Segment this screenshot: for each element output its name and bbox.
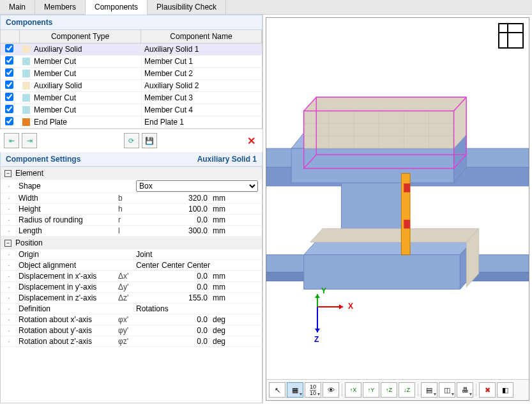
tab-members[interactable]: Members bbox=[35, 0, 86, 14]
prop-unit: mm bbox=[213, 205, 238, 214]
svg-rect-31 bbox=[404, 220, 410, 229]
prop-row[interactable]: ·OriginJoint bbox=[1, 249, 262, 260]
prop-row[interactable]: ·Displacement in z'-axisΔz'155.0mm bbox=[1, 293, 262, 304]
3d-viewport[interactable]: X Z Y bbox=[266, 18, 529, 379]
select-tool[interactable]: ▦ bbox=[287, 382, 303, 398]
view-neg-z-button[interactable]: ↓Z bbox=[399, 382, 415, 398]
prop-symbol: φz' bbox=[118, 337, 136, 346]
row-checkbox[interactable] bbox=[5, 81, 13, 89]
table-row[interactable]: Member CutMember Cut 2 bbox=[1, 68, 262, 80]
collapse-icon[interactable]: − bbox=[4, 170, 11, 177]
prop-row[interactable]: ·Rotation about y'-axisφy'0.0deg bbox=[1, 325, 262, 336]
svg-marker-35 bbox=[315, 329, 320, 332]
svg-marker-7 bbox=[291, 148, 453, 183]
prop-row[interactable]: ·Widthb320.0mm bbox=[1, 193, 262, 204]
table-row[interactable]: Member CutMember Cut 1 bbox=[1, 56, 262, 68]
zoom-label: 10 bbox=[310, 384, 316, 390]
prop-row[interactable]: ·Lengthl300.0mm bbox=[1, 226, 262, 237]
row-checkbox[interactable] bbox=[5, 44, 13, 52]
row-checkbox[interactable] bbox=[5, 105, 13, 113]
row-type: End Plate bbox=[34, 118, 67, 127]
prop-value[interactable]: 300.0 bbox=[136, 226, 213, 235]
view-y-button[interactable]: ↑Y bbox=[363, 382, 379, 398]
prop-label: Origin bbox=[17, 250, 118, 259]
table-row[interactable]: Member CutMember Cut 3 bbox=[1, 92, 262, 104]
tree-dot: · bbox=[1, 337, 17, 346]
print-button[interactable]: 🖶 bbox=[457, 382, 473, 398]
view-cube[interactable] bbox=[498, 23, 524, 49]
prop-value[interactable]: 0.0 bbox=[136, 337, 213, 346]
col-header-name[interactable]: Component Name bbox=[141, 30, 262, 43]
row-checkbox[interactable] bbox=[5, 56, 13, 65]
prop-tri: CenterCenterCenter bbox=[136, 261, 213, 270]
view-z-button[interactable]: ↑Z bbox=[381, 382, 397, 398]
prop-label: Radius of rounding bbox=[17, 215, 118, 224]
settings-subject: Auxiliary Solid 1 bbox=[197, 155, 257, 164]
tab-components[interactable]: Components bbox=[86, 0, 148, 15]
svg-marker-11 bbox=[304, 97, 466, 111]
prop-row[interactable]: ·Heighth100.0mm bbox=[1, 204, 262, 215]
toggle-panel-button[interactable]: ◧ bbox=[497, 382, 513, 398]
tree-dot: · bbox=[1, 215, 17, 224]
prop-unit: mm bbox=[213, 215, 238, 224]
prop-value[interactable]: 0.0 bbox=[136, 326, 213, 335]
prop-label: Length bbox=[17, 226, 118, 235]
prop-value[interactable]: 100.0 bbox=[136, 205, 213, 214]
tab-main[interactable]: Main bbox=[0, 0, 35, 14]
prop-label: Width bbox=[17, 194, 118, 203]
move-down-button[interactable]: ⇥ bbox=[22, 133, 37, 148]
prop-group-header[interactable]: −Position bbox=[1, 237, 262, 249]
pointer-tool[interactable]: ↖ bbox=[269, 382, 285, 398]
prop-symbol: Δy' bbox=[118, 283, 136, 291]
prop-value[interactable]: 320.0 bbox=[136, 194, 213, 203]
prop-symbol: Δz' bbox=[118, 293, 136, 302]
prop-symbol: h bbox=[118, 205, 136, 214]
svg-rect-30 bbox=[404, 183, 410, 192]
prop-row[interactable]: ·ShapeBox bbox=[1, 180, 262, 193]
row-type: Member Cut bbox=[34, 57, 76, 66]
render-mode-button[interactable]: ▤ bbox=[421, 382, 437, 398]
prop-row[interactable]: ·DefinitionRotations bbox=[1, 304, 262, 315]
prop-row[interactable]: ·Displacement in y'-axisΔy'0.0mm bbox=[1, 282, 262, 293]
row-checkbox[interactable] bbox=[5, 117, 13, 125]
prop-group-header[interactable]: −Element bbox=[1, 167, 262, 180]
zoom-scale-button[interactable]: 10 10 bbox=[305, 382, 321, 398]
tree-dot: · bbox=[1, 182, 17, 190]
view-x-button[interactable]: ↑X bbox=[345, 382, 361, 398]
components-table-header: Component Type Component Name bbox=[1, 30, 262, 43]
perspective-button[interactable]: ◫ bbox=[439, 382, 455, 398]
zoom-sub: 10 bbox=[310, 390, 316, 396]
delete-button[interactable]: ✕ bbox=[243, 133, 259, 148]
prop-value[interactable]: 0.0 bbox=[136, 283, 213, 291]
prop-row[interactable]: ·Radius of roundingr0.0mm bbox=[1, 215, 262, 226]
table-row[interactable]: Auxiliary SolidAuxiliary Solid 2 bbox=[1, 80, 262, 92]
tree-dot: · bbox=[1, 326, 17, 335]
prop-row[interactable]: ·Rotation about z'-axisφz'0.0deg bbox=[1, 336, 262, 347]
tab-plausibility-check[interactable]: Plausibility Check bbox=[148, 0, 226, 14]
prop-value[interactable]: 0.0 bbox=[136, 272, 213, 281]
prop-symbol: l bbox=[118, 226, 136, 235]
clear-selection-button[interactable]: ✖ bbox=[479, 382, 496, 398]
show-hide-button[interactable]: 👁 bbox=[323, 382, 339, 398]
prop-select[interactable]: Box bbox=[136, 180, 258, 192]
row-type: Member Cut bbox=[34, 93, 76, 102]
prop-value[interactable]: 0.0 bbox=[136, 215, 213, 224]
prop-value[interactable]: 155.0 bbox=[136, 293, 213, 302]
refresh-button[interactable]: ⟳ bbox=[124, 133, 139, 148]
collapse-icon[interactable]: − bbox=[4, 240, 11, 247]
axis-label-x: X bbox=[348, 302, 353, 311]
prop-row[interactable]: ·Object alignmentCenterCenterCenter bbox=[1, 260, 262, 271]
prop-row[interactable]: ·Displacement in x'-axisΔx'0.0mm bbox=[1, 271, 262, 282]
row-checkbox[interactable] bbox=[5, 93, 13, 101]
col-header-type[interactable]: Component Type bbox=[20, 30, 141, 43]
row-checkbox[interactable] bbox=[5, 68, 13, 77]
move-up-button[interactable]: ⇤ bbox=[4, 133, 19, 148]
prop-value[interactable]: 0.0 bbox=[136, 315, 213, 324]
prop-row[interactable]: ·Rotation about x'-axisφx'0.0deg bbox=[1, 315, 262, 325]
save-button[interactable]: 💾 bbox=[142, 133, 157, 148]
prop-unit: mm bbox=[213, 272, 238, 281]
table-row[interactable]: Member CutMember Cut 4 bbox=[1, 104, 262, 116]
svg-marker-37 bbox=[315, 294, 320, 298]
table-row[interactable]: Auxiliary SolidAuxiliary Solid 1 bbox=[1, 43, 262, 56]
table-row[interactable]: End PlateEnd Plate 1 bbox=[1, 116, 262, 128]
